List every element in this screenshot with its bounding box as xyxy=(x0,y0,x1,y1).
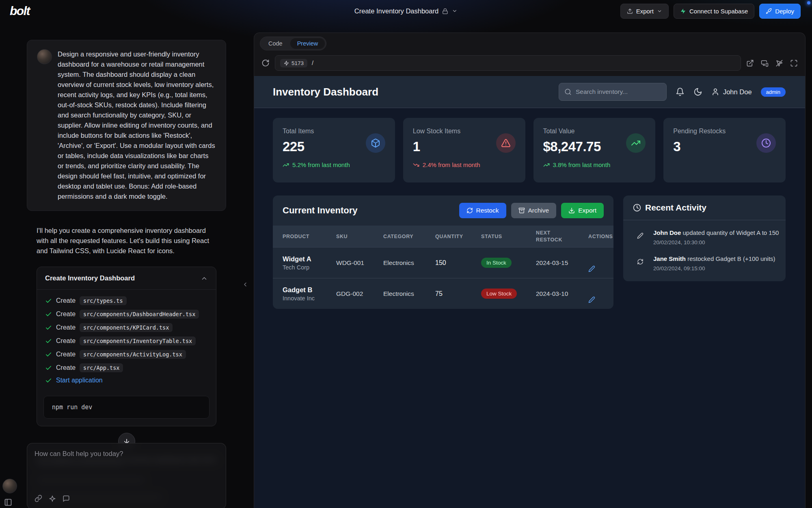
start-application-link[interactable]: Start application xyxy=(56,377,103,384)
deploy-button[interactable]: Deploy xyxy=(759,4,801,19)
archive-label: Archive xyxy=(528,207,549,214)
user-menu[interactable]: John Doe xyxy=(711,88,752,96)
kpi-card-total-items: Total Items 225 5.2% from last month xyxy=(273,118,395,182)
export-icon xyxy=(627,8,633,14)
step-file[interactable]: src/components/InventoryTable.tsx xyxy=(80,336,196,345)
chat-input[interactable] xyxy=(35,450,218,495)
step-file[interactable]: src/components/ActivityLog.tsx xyxy=(80,350,186,359)
kpi-card-pending-restocks: Pending Restocks 3 xyxy=(663,118,786,182)
collapse-chat-button[interactable] xyxy=(242,281,248,288)
product-supplier: Innovate Inc xyxy=(283,295,336,302)
export-button[interactable]: Export xyxy=(620,4,669,19)
product-name: Gadget B xyxy=(283,286,336,294)
activity-actor: Jane Smith xyxy=(653,255,686,262)
trending-up-icon xyxy=(626,133,646,153)
bolt-logo[interactable]: bolt xyxy=(10,4,30,18)
plan-step: Create src/components/DashboardHeader.ts… xyxy=(45,310,208,319)
role-badge[interactable]: admin xyxy=(761,87,786,97)
step-file[interactable]: src/components/KPICard.tsx xyxy=(80,323,173,332)
archive-icon xyxy=(518,207,525,214)
topbar-actions: Export Connect to Supabase Deploy xyxy=(620,4,801,19)
content-row: Current Inventory Restock Archive xyxy=(273,195,786,309)
deploy-label: Deploy xyxy=(775,8,794,15)
sparkles-icon[interactable] xyxy=(49,495,56,502)
zap-icon xyxy=(284,61,289,66)
search-input[interactable] xyxy=(576,88,661,96)
plan-card-header[interactable]: Create Inventory Dashboard xyxy=(37,267,216,290)
inventory-card-header: Current Inventory Restock Archive xyxy=(273,195,613,226)
export-label: Export xyxy=(636,8,654,15)
product-quantity[interactable]: 75 xyxy=(435,278,481,309)
step-action-label: Create xyxy=(56,364,76,371)
link-icon[interactable] xyxy=(35,495,42,502)
dark-mode-toggle-icon[interactable] xyxy=(693,87,702,96)
trend-up-icon xyxy=(543,162,550,168)
table-row[interactable]: Widget A Tech Corp WDG-001 Electronics 1… xyxy=(273,247,613,278)
edit-icon[interactable] xyxy=(588,265,595,272)
workbench-panel: Code Preview 5173 / xyxy=(254,33,806,508)
export-inventory-button[interactable]: Export xyxy=(561,203,604,218)
reload-icon[interactable] xyxy=(261,59,270,67)
address-bar[interactable]: 5173 / xyxy=(275,55,741,71)
clock-icon xyxy=(756,133,776,153)
chat-input-box[interactable] xyxy=(27,443,226,508)
search-icon xyxy=(564,88,572,96)
open-external-icon[interactable] xyxy=(746,59,754,67)
project-title-menu[interactable]: Create Inventory Dashboard xyxy=(354,7,458,15)
product-quantity[interactable]: 150 xyxy=(435,247,481,278)
search-box[interactable] xyxy=(559,83,667,101)
inspect-off-icon[interactable] xyxy=(775,59,783,67)
step-file[interactable]: src/types.ts xyxy=(80,296,127,305)
header-controls: John Doe admin xyxy=(559,83,786,101)
bell-icon[interactable] xyxy=(676,87,685,96)
chevron-up-icon[interactable] xyxy=(201,275,208,282)
step-action-label: Create xyxy=(56,310,76,318)
plan-step: Create src/components/ActivityLog.tsx xyxy=(45,350,208,359)
kpi-trend: 2.4% from last month xyxy=(413,161,516,168)
archive-button[interactable]: Archive xyxy=(511,203,557,218)
project-title: Create Inventory Dashboard xyxy=(354,7,438,15)
step-action-label: Create xyxy=(56,337,76,345)
refresh-icon xyxy=(633,254,648,269)
plan-step: Create src/App.tsx xyxy=(45,363,208,372)
url-path: / xyxy=(312,60,313,66)
supabase-icon xyxy=(680,8,686,14)
step-action-label: Create xyxy=(56,297,76,304)
step-file[interactable]: src/components/DashboardHeader.tsx xyxy=(80,310,199,319)
table-row[interactable]: Gadget B Innovate Inc GDG-002 Electronic… xyxy=(273,278,613,309)
terminal-command[interactable]: npm run dev xyxy=(43,396,209,419)
user-avatar xyxy=(37,49,52,64)
restock-button[interactable]: Restock xyxy=(459,203,506,218)
column-header: CATEGORY xyxy=(383,226,435,247)
port-chip[interactable]: 5173 xyxy=(280,59,307,67)
column-header: QUANTITY xyxy=(435,226,481,247)
user-name: John Doe xyxy=(723,88,752,96)
kpi-trend-text: 3.8% from last month xyxy=(553,161,611,168)
next-restock-date: 2024-03-15 xyxy=(536,247,588,278)
sidebar-toggle-icon[interactable] xyxy=(4,498,12,506)
status-badge: Low Stock xyxy=(481,289,517,299)
check-icon xyxy=(45,311,52,318)
product-category: Electronics xyxy=(383,278,435,309)
kpi-row: Total Items 225 5.2% from last month Low… xyxy=(273,118,786,182)
connect-supabase-button[interactable]: Connect to Supabase xyxy=(674,4,754,19)
trend-up-icon xyxy=(283,162,289,168)
kpi-card-total-value: Total Value $8,247.75 3.8% from last mon… xyxy=(533,118,656,182)
activity-timestamp: 20/02/2024, 09:15:00 xyxy=(653,265,775,271)
tab-preview[interactable]: Preview xyxy=(290,38,325,49)
chat-bubble-icon[interactable] xyxy=(63,495,70,502)
fullscreen-icon[interactable] xyxy=(790,59,798,67)
edit-icon[interactable] xyxy=(588,296,595,303)
devices-icon[interactable] xyxy=(761,59,769,67)
tab-code[interactable]: Code xyxy=(261,38,289,49)
view-tabs: Code Preview xyxy=(254,33,805,52)
code-preview-toggle: Code Preview xyxy=(260,37,326,50)
activity-description: restocked Gadget B (+100 units) xyxy=(687,255,775,262)
connect-supabase-label: Connect to Supabase xyxy=(689,8,748,15)
activity-description: updated quantity of Widget A to 150 xyxy=(683,229,779,236)
step-file[interactable]: src/App.tsx xyxy=(80,363,123,372)
check-icon xyxy=(45,324,52,331)
profile-avatar[interactable] xyxy=(2,479,17,493)
kpi-trend: 5.2% from last month xyxy=(283,161,385,168)
kpi-trend-text: 5.2% from last month xyxy=(292,161,350,168)
